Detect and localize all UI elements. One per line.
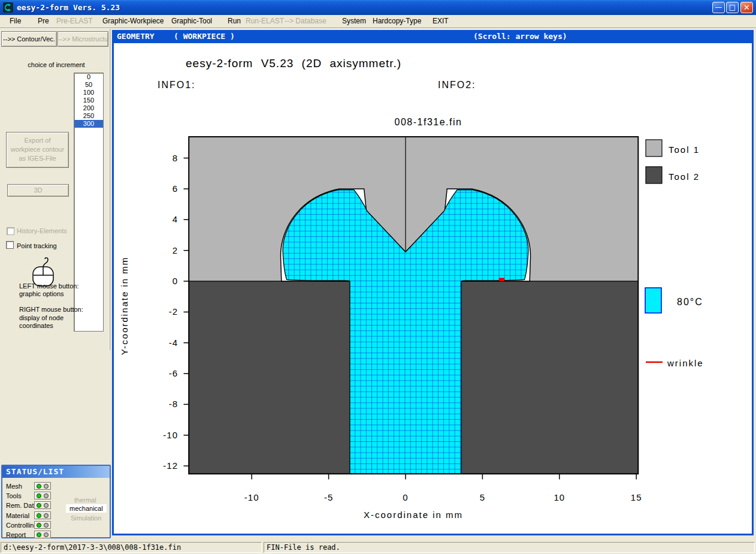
gray-led-icon bbox=[44, 493, 49, 498]
green-led-icon bbox=[37, 484, 41, 489]
status-indicator-report[interactable] bbox=[34, 531, 51, 538]
export-iges-button: Export of workpiece contour as IGES-File bbox=[6, 132, 69, 168]
status-row-material: Material bbox=[6, 512, 29, 519]
legend-tool1-label: Tool 1 bbox=[669, 144, 700, 155]
plot-title: eesy-2-form V5.23 (2D axisymmetr.) bbox=[186, 57, 401, 70]
status-row-mesh: Mesh bbox=[6, 483, 22, 490]
mouse-right-help-title: RIGHT mouse button: bbox=[19, 306, 83, 314]
microstructure-button: -->> Microstructure bbox=[58, 31, 108, 47]
graphics-window-header: GEOMETRY ( WORKPIECE ) (Scroll: arrow ke… bbox=[112, 30, 754, 43]
wrinkle-marker bbox=[499, 278, 504, 282]
status-row-tools: Tools bbox=[6, 492, 22, 499]
mouse-left-help-desc: graphic options bbox=[19, 290, 64, 298]
y-tick-label: -4 bbox=[169, 338, 178, 348]
info1-label: INFO1: bbox=[158, 80, 196, 90]
status-row-controlling: Controlling bbox=[6, 522, 38, 529]
menu-run-elast: Run-ELAST bbox=[246, 17, 284, 25]
graphics-header-hint: (Scroll: arrow keys) bbox=[473, 30, 567, 43]
plot-filename: 008-1f31e.fin bbox=[395, 117, 462, 127]
x-tick-label: 5 bbox=[480, 492, 485, 502]
window-title: eesy-2-form Vers. 5.23 bbox=[17, 3, 120, 12]
title-bar[interactable]: eesy-2-form Vers. 5.23 — □ ✕ bbox=[0, 0, 756, 15]
y-tick-marks bbox=[184, 158, 189, 466]
status-indicator-rem-data[interactable] bbox=[34, 501, 51, 509]
list-item[interactable]: 250 bbox=[74, 112, 103, 120]
green-led-icon bbox=[37, 503, 41, 508]
y-tick-label: 4 bbox=[173, 214, 178, 224]
y-tick-label: 8 bbox=[173, 153, 178, 163]
y-tick-label: -10 bbox=[163, 430, 178, 440]
status-indicator-controlling[interactable] bbox=[34, 521, 51, 529]
list-item[interactable]: 100 bbox=[74, 89, 103, 97]
menu-graphic-workpiece[interactable]: Graphic-Workpiece bbox=[102, 17, 164, 25]
status-panel-title: STATUS/LIST bbox=[2, 466, 110, 478]
point-tracking-checkbox[interactable] bbox=[6, 241, 14, 249]
increment-choice-label: choice of increment bbox=[11, 61, 102, 68]
legend-tool2-swatch bbox=[646, 167, 662, 183]
menu-hardcopy-type[interactable]: Hardcopy-Type bbox=[373, 17, 421, 25]
maximize-button[interactable]: □ bbox=[726, 2, 739, 13]
x-tick-label: 15 bbox=[631, 492, 642, 502]
y-tick-label: 2 bbox=[173, 245, 178, 255]
plot-canvas[interactable]: eesy-2-form V5.23 (2D axisymmetr.) INFO1… bbox=[114, 43, 752, 534]
menu-run[interactable]: Run bbox=[228, 17, 241, 25]
y-tick-label: 6 bbox=[173, 183, 178, 194]
y-tick-label: 0 bbox=[173, 276, 178, 286]
status-list-panel: STATUS/LIST Mesh Tools Rem. Data Materia… bbox=[1, 465, 111, 538]
three-d-button: 3D bbox=[7, 184, 69, 197]
list-item-selected[interactable]: 300 bbox=[74, 120, 103, 128]
gray-led-icon bbox=[44, 532, 49, 537]
status-indicator-material[interactable] bbox=[34, 511, 51, 519]
mouse-right-help-desc1: display of node bbox=[19, 314, 63, 322]
y-tick-label: -12 bbox=[163, 460, 178, 471]
maximize-icon: □ bbox=[729, 3, 736, 11]
list-item[interactable]: 0 bbox=[74, 73, 103, 81]
history-elements-checkbox bbox=[7, 227, 14, 235]
statusbar-message: FIN-File is read. bbox=[264, 542, 755, 553]
increment-listbox[interactable]: 0 50 100 150 200 250 300 bbox=[74, 73, 104, 332]
contour-vec-button[interactable]: -->> Contour/Vec. bbox=[1, 31, 57, 47]
statusbar-file-path: d:\eesy-2-form\2017-3-3\008\008-1f31e.fi… bbox=[1, 542, 262, 553]
y-tick-label: -6 bbox=[169, 368, 178, 378]
green-led-icon bbox=[37, 532, 41, 537]
gray-led-icon bbox=[44, 513, 49, 518]
legend-temperature-swatch bbox=[645, 288, 661, 313]
minimize-icon: — bbox=[715, 3, 722, 11]
menu-pre[interactable]: Pre bbox=[38, 17, 49, 25]
status-indicator-mesh[interactable] bbox=[34, 482, 51, 490]
legend-wrinkle-label: wrinkle bbox=[667, 358, 704, 368]
gray-led-icon bbox=[44, 503, 49, 508]
menu-graphic-tool[interactable]: Graphic-Tool bbox=[171, 17, 212, 25]
legend-tool1-swatch bbox=[646, 140, 662, 156]
y-axis-label: Y-coordinate in mm bbox=[119, 257, 129, 356]
minimize-button[interactable]: — bbox=[712, 2, 725, 13]
status-row-report: Report bbox=[6, 531, 26, 538]
green-led-icon bbox=[37, 513, 41, 518]
mode-simulation-label: Simulation bbox=[71, 514, 101, 522]
app-icon bbox=[3, 2, 13, 13]
status-row-rem-data: Rem. Data bbox=[6, 502, 38, 509]
app-root: { "window": { "title": "eesy-2-form Vers… bbox=[0, 0, 756, 554]
gray-led-icon bbox=[44, 523, 49, 528]
list-item[interactable]: 150 bbox=[74, 97, 103, 104]
export-iges-line: workpiece contour bbox=[7, 145, 68, 154]
menu-file[interactable]: File bbox=[10, 17, 21, 25]
gray-led-icon bbox=[44, 484, 49, 489]
green-led-icon bbox=[37, 523, 41, 528]
graphics-header-title: GEOMETRY bbox=[117, 30, 155, 43]
status-indicator-tools[interactable] bbox=[34, 492, 51, 499]
menu-pre-elast: Pre-ELAST bbox=[56, 17, 93, 25]
x-axis-label: X-coordinate in mm bbox=[364, 510, 463, 520]
y-tick-label: -2 bbox=[169, 306, 178, 317]
x-tick-label: 0 bbox=[403, 492, 408, 502]
list-item[interactable]: 50 bbox=[74, 81, 103, 89]
close-button[interactable]: ✕ bbox=[740, 2, 753, 13]
menu-system[interactable]: System bbox=[342, 17, 366, 25]
x-tick-label: 10 bbox=[554, 492, 565, 502]
menu-exit[interactable]: EXIT bbox=[433, 17, 449, 25]
menu-separator bbox=[0, 28, 756, 29]
info2-label: INFO2: bbox=[438, 80, 476, 90]
x-tick-label: -5 bbox=[324, 492, 333, 502]
list-item[interactable]: 200 bbox=[74, 104, 103, 112]
legend-temperature-label: 80°C bbox=[677, 297, 703, 307]
